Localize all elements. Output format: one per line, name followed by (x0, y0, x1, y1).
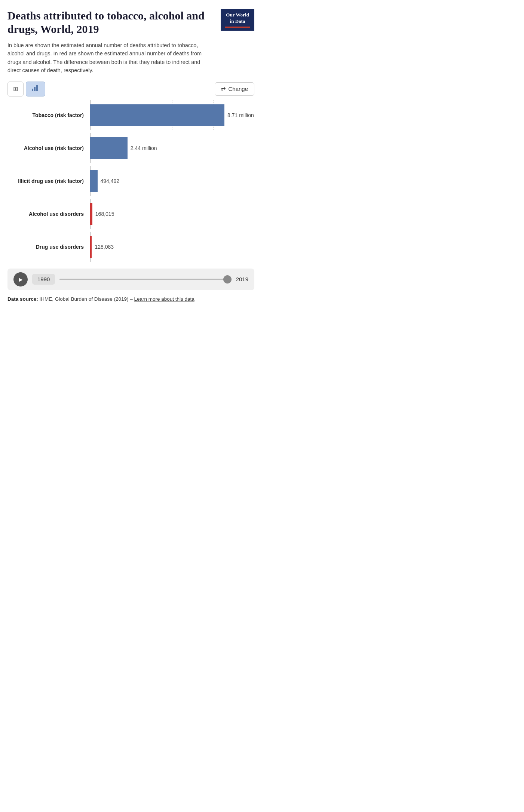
timeline-slider[interactable] (59, 279, 231, 280)
bar-value: 2.44 million (131, 145, 172, 151)
data-source-text: IHME, Global Burden of Disease (2019) – (40, 296, 133, 302)
svg-rect-0 (32, 89, 33, 91)
bar-container: 8.71 million (90, 104, 254, 126)
bar-blue: 8.71 million (90, 104, 224, 126)
chart-bar-row: Illicit drug use (risk factor)494,492 (7, 170, 254, 192)
play-icon: ▶ (19, 276, 23, 282)
timeline-section: ▶ 1990 2019 (7, 269, 254, 290)
svg-rect-2 (36, 85, 38, 91)
bar-label: Alcohol use disorders (7, 211, 90, 217)
year-end: 2019 (236, 276, 248, 282)
chart-area: Tobacco (risk factor)8.71 millionAlcohol… (7, 104, 254, 258)
logo-red-bar (225, 27, 250, 28)
view-buttons: ⊞ (7, 82, 45, 96)
table-icon: ⊞ (13, 86, 18, 92)
change-button[interactable]: ⇄ Change (215, 82, 254, 96)
subtitle-text: In blue are shown the estimated annual n… (7, 41, 215, 75)
bar-container: 168,015 (90, 203, 254, 225)
change-icon: ⇄ (221, 86, 226, 92)
bar-value: 494,492 (101, 178, 143, 184)
logo-line1: Our World (226, 12, 249, 18)
bar-container: 128,083 (90, 236, 254, 258)
page-title: Deaths attributed to tobacco, alcohol an… (7, 9, 215, 36)
bar-blue: 494,492 (90, 170, 98, 192)
title-block: Deaths attributed to tobacco, alcohol an… (7, 9, 221, 75)
bar-container: 2.44 million (90, 137, 254, 159)
owid-logo: Our World in Data (221, 9, 254, 31)
logo-line2: in Data (230, 18, 245, 24)
chart-icon (31, 86, 40, 93)
bar-blue: 2.44 million (90, 137, 128, 159)
chart-bar-row: Alcohol use disorders168,015 (7, 203, 254, 225)
play-button[interactable]: ▶ (13, 272, 28, 287)
bar-red: 168,015 (90, 203, 92, 225)
svg-rect-1 (34, 87, 36, 91)
bar-red: 128,083 (90, 236, 92, 258)
year-start: 1990 (32, 274, 55, 285)
bar-container: 494,492 (90, 170, 254, 192)
toolbar: ⊞ ⇄ Change (7, 82, 254, 96)
chart-bar-row: Alcohol use (risk factor)2.44 million (7, 137, 254, 159)
bar-value: 168,015 (95, 211, 137, 217)
bar-value: 8.71 million (227, 112, 262, 118)
table-view-button[interactable]: ⊞ (7, 82, 24, 96)
chart-bar-row: Drug use disorders128,083 (7, 236, 254, 258)
bar-label: Tobacco (risk factor) (7, 112, 90, 118)
slider-thumb[interactable] (223, 275, 232, 284)
page-header: Deaths attributed to tobacco, alcohol an… (7, 9, 254, 75)
data-source-section: Data source: IHME, Global Burden of Dise… (7, 295, 254, 303)
change-label: Change (228, 86, 248, 92)
chart-rows: Tobacco (risk factor)8.71 millionAlcohol… (7, 104, 254, 258)
bar-label: Alcohol use (risk factor) (7, 145, 90, 151)
chart-bar-row: Tobacco (risk factor)8.71 million (7, 104, 254, 126)
bar-label: Illicit drug use (risk factor) (7, 178, 90, 184)
learn-more-link[interactable]: Learn more about this data (134, 296, 194, 302)
data-source-label: Data source: (7, 296, 38, 302)
chart-view-button[interactable] (26, 82, 45, 96)
bar-value: 128,083 (95, 244, 137, 250)
bar-label: Drug use disorders (7, 244, 90, 250)
